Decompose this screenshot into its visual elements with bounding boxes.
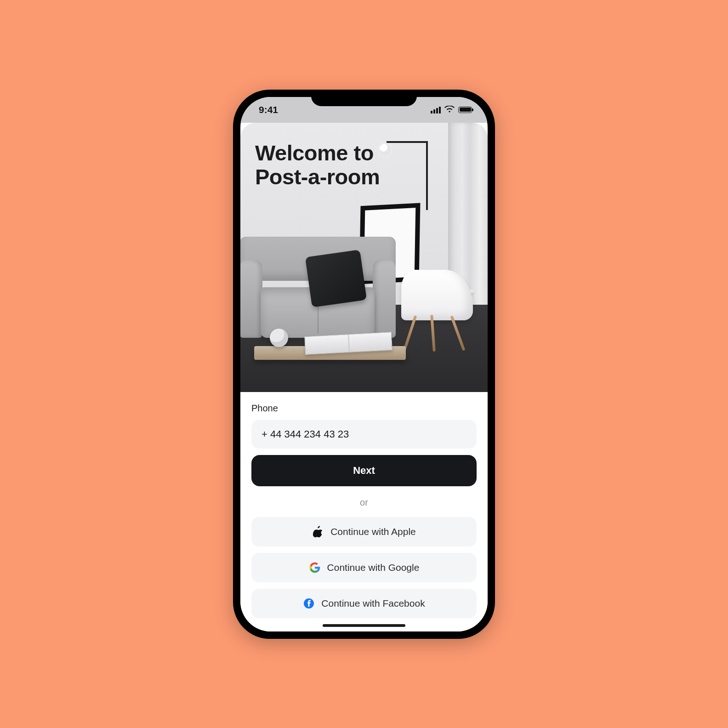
cellular-signal-icon xyxy=(431,106,441,114)
facebook-icon xyxy=(303,597,315,609)
page-title: Welcome to Post-a-room xyxy=(255,141,380,189)
or-separator: or xyxy=(251,493,477,511)
wifi-icon xyxy=(444,104,455,115)
continue-facebook-button[interactable]: Continue with Facebook xyxy=(251,589,477,618)
continue-facebook-label: Continue with Facebook xyxy=(321,598,425,609)
google-icon xyxy=(309,562,321,574)
phone-frame: 9:41 xyxy=(233,90,495,639)
status-time: 9:41 xyxy=(259,104,278,115)
continue-google-button[interactable]: Continue with Google xyxy=(251,553,477,582)
login-panel: Phone Next or Continue with Apple xyxy=(240,392,488,631)
battery-icon xyxy=(458,107,472,113)
continue-apple-button[interactable]: Continue with Apple xyxy=(251,517,477,546)
apple-icon xyxy=(312,526,324,538)
device-notch xyxy=(311,90,417,106)
home-indicator xyxy=(323,624,405,627)
phone-field-wrapper[interactable] xyxy=(251,420,477,449)
screen: 9:41 xyxy=(240,97,488,631)
phone-label: Phone xyxy=(251,403,477,414)
next-button[interactable]: Next xyxy=(251,455,477,486)
hero-image: Welcome to Post-a-room xyxy=(240,123,488,392)
continue-apple-label: Continue with Apple xyxy=(330,526,416,537)
phone-input[interactable] xyxy=(262,428,466,440)
status-right xyxy=(431,104,472,115)
continue-google-label: Continue with Google xyxy=(327,562,420,573)
